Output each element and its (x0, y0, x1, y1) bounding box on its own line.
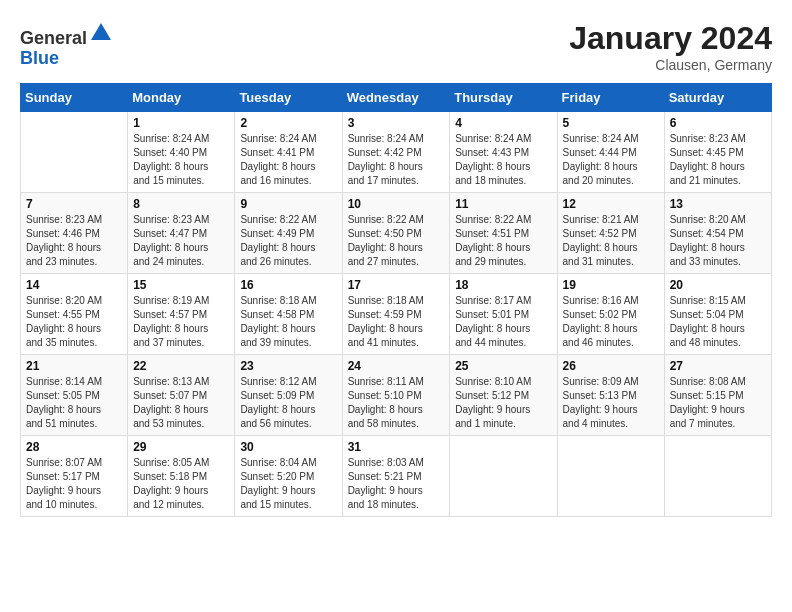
sunset: Sunset: 5:13 PM (563, 389, 659, 403)
sunset: Sunset: 4:59 PM (348, 308, 445, 322)
daylight-hours: Daylight: 8 hoursand 58 minutes. (348, 403, 445, 431)
sunset: Sunset: 4:45 PM (670, 146, 766, 160)
daylight-hours: Daylight: 8 hoursand 41 minutes. (348, 322, 445, 350)
day-info: Sunrise: 8:15 AMSunset: 5:04 PMDaylight:… (670, 294, 766, 350)
calendar-cell (664, 436, 771, 517)
day-number: 31 (348, 440, 445, 454)
weekday-header-friday: Friday (557, 84, 664, 112)
daylight-hours: Daylight: 8 hoursand 46 minutes. (563, 322, 659, 350)
sunset: Sunset: 5:01 PM (455, 308, 551, 322)
day-info: Sunrise: 8:23 AMSunset: 4:47 PMDaylight:… (133, 213, 229, 269)
calendar-cell: 26Sunrise: 8:09 AMSunset: 5:13 PMDayligh… (557, 355, 664, 436)
day-info: Sunrise: 8:23 AMSunset: 4:46 PMDaylight:… (26, 213, 122, 269)
day-info: Sunrise: 8:07 AMSunset: 5:17 PMDaylight:… (26, 456, 122, 512)
daylight-hours: Daylight: 8 hoursand 35 minutes. (26, 322, 122, 350)
calendar-cell: 29Sunrise: 8:05 AMSunset: 5:18 PMDayligh… (128, 436, 235, 517)
sunrise: Sunrise: 8:24 AM (348, 132, 445, 146)
sunset: Sunset: 5:04 PM (670, 308, 766, 322)
logo-blue: Blue (20, 48, 59, 68)
week-row-2: 7Sunrise: 8:23 AMSunset: 4:46 PMDaylight… (21, 193, 772, 274)
week-row-5: 28Sunrise: 8:07 AMSunset: 5:17 PMDayligh… (21, 436, 772, 517)
page-header: General Blue January 2024 Clausen, Germa… (20, 20, 772, 73)
sunset: Sunset: 5:07 PM (133, 389, 229, 403)
calendar-cell: 1Sunrise: 8:24 AMSunset: 4:40 PMDaylight… (128, 112, 235, 193)
calendar-cell: 14Sunrise: 8:20 AMSunset: 4:55 PMDayligh… (21, 274, 128, 355)
day-info: Sunrise: 8:08 AMSunset: 5:15 PMDaylight:… (670, 375, 766, 431)
day-number: 27 (670, 359, 766, 373)
day-info: Sunrise: 8:05 AMSunset: 5:18 PMDaylight:… (133, 456, 229, 512)
day-number: 20 (670, 278, 766, 292)
sunrise: Sunrise: 8:16 AM (563, 294, 659, 308)
day-number: 21 (26, 359, 122, 373)
day-info: Sunrise: 8:09 AMSunset: 5:13 PMDaylight:… (563, 375, 659, 431)
daylight-hours: Daylight: 8 hoursand 44 minutes. (455, 322, 551, 350)
logo-icon (89, 20, 113, 44)
calendar-cell (557, 436, 664, 517)
day-number: 25 (455, 359, 551, 373)
calendar-cell: 10Sunrise: 8:22 AMSunset: 4:50 PMDayligh… (342, 193, 450, 274)
week-row-4: 21Sunrise: 8:14 AMSunset: 5:05 PMDayligh… (21, 355, 772, 436)
sunrise: Sunrise: 8:17 AM (455, 294, 551, 308)
sunset: Sunset: 5:10 PM (348, 389, 445, 403)
day-number: 10 (348, 197, 445, 211)
daylight-hours: Daylight: 9 hoursand 7 minutes. (670, 403, 766, 431)
sunset: Sunset: 4:41 PM (240, 146, 336, 160)
day-number: 3 (348, 116, 445, 130)
logo: General Blue (20, 20, 113, 69)
day-info: Sunrise: 8:24 AMSunset: 4:41 PMDaylight:… (240, 132, 336, 188)
calendar-cell: 3Sunrise: 8:24 AMSunset: 4:42 PMDaylight… (342, 112, 450, 193)
day-number: 5 (563, 116, 659, 130)
calendar-cell: 11Sunrise: 8:22 AMSunset: 4:51 PMDayligh… (450, 193, 557, 274)
calendar-cell: 6Sunrise: 8:23 AMSunset: 4:45 PMDaylight… (664, 112, 771, 193)
daylight-hours: Daylight: 8 hoursand 29 minutes. (455, 241, 551, 269)
sunset: Sunset: 4:52 PM (563, 227, 659, 241)
sunset: Sunset: 4:47 PM (133, 227, 229, 241)
calendar-cell: 20Sunrise: 8:15 AMSunset: 5:04 PMDayligh… (664, 274, 771, 355)
sunset: Sunset: 4:55 PM (26, 308, 122, 322)
svg-marker-0 (91, 23, 111, 40)
sunrise: Sunrise: 8:23 AM (670, 132, 766, 146)
daylight-hours: Daylight: 8 hoursand 24 minutes. (133, 241, 229, 269)
sunset: Sunset: 5:17 PM (26, 470, 122, 484)
daylight-hours: Daylight: 8 hoursand 27 minutes. (348, 241, 445, 269)
daylight-hours: Daylight: 8 hoursand 31 minutes. (563, 241, 659, 269)
day-number: 6 (670, 116, 766, 130)
calendar-cell: 21Sunrise: 8:14 AMSunset: 5:05 PMDayligh… (21, 355, 128, 436)
day-info: Sunrise: 8:24 AMSunset: 4:44 PMDaylight:… (563, 132, 659, 188)
daylight-hours: Daylight: 8 hoursand 15 minutes. (133, 160, 229, 188)
day-info: Sunrise: 8:20 AMSunset: 4:55 PMDaylight:… (26, 294, 122, 350)
sunset: Sunset: 5:12 PM (455, 389, 551, 403)
sunset: Sunset: 4:51 PM (455, 227, 551, 241)
sunrise: Sunrise: 8:09 AM (563, 375, 659, 389)
calendar-cell: 23Sunrise: 8:12 AMSunset: 5:09 PMDayligh… (235, 355, 342, 436)
day-info: Sunrise: 8:18 AMSunset: 4:59 PMDaylight:… (348, 294, 445, 350)
day-number: 29 (133, 440, 229, 454)
day-number: 11 (455, 197, 551, 211)
day-info: Sunrise: 8:22 AMSunset: 4:50 PMDaylight:… (348, 213, 445, 269)
daylight-hours: Daylight: 9 hoursand 12 minutes. (133, 484, 229, 512)
calendar-cell: 16Sunrise: 8:18 AMSunset: 4:58 PMDayligh… (235, 274, 342, 355)
day-info: Sunrise: 8:18 AMSunset: 4:58 PMDaylight:… (240, 294, 336, 350)
weekday-header-row: SundayMondayTuesdayWednesdayThursdayFrid… (21, 84, 772, 112)
sunrise: Sunrise: 8:13 AM (133, 375, 229, 389)
sunset: Sunset: 5:02 PM (563, 308, 659, 322)
day-info: Sunrise: 8:16 AMSunset: 5:02 PMDaylight:… (563, 294, 659, 350)
calendar-table: SundayMondayTuesdayWednesdayThursdayFrid… (20, 83, 772, 517)
daylight-hours: Daylight: 8 hoursand 17 minutes. (348, 160, 445, 188)
calendar-cell: 28Sunrise: 8:07 AMSunset: 5:17 PMDayligh… (21, 436, 128, 517)
calendar-cell: 24Sunrise: 8:11 AMSunset: 5:10 PMDayligh… (342, 355, 450, 436)
sunrise: Sunrise: 8:10 AM (455, 375, 551, 389)
calendar-cell: 5Sunrise: 8:24 AMSunset: 4:44 PMDaylight… (557, 112, 664, 193)
day-number: 18 (455, 278, 551, 292)
day-number: 22 (133, 359, 229, 373)
day-info: Sunrise: 8:03 AMSunset: 5:21 PMDaylight:… (348, 456, 445, 512)
daylight-hours: Daylight: 9 hoursand 4 minutes. (563, 403, 659, 431)
daylight-hours: Daylight: 8 hoursand 53 minutes. (133, 403, 229, 431)
daylight-hours: Daylight: 9 hoursand 10 minutes. (26, 484, 122, 512)
day-number: 4 (455, 116, 551, 130)
day-number: 14 (26, 278, 122, 292)
calendar-cell: 12Sunrise: 8:21 AMSunset: 4:52 PMDayligh… (557, 193, 664, 274)
weekday-header-wednesday: Wednesday (342, 84, 450, 112)
weekday-header-monday: Monday (128, 84, 235, 112)
sunrise: Sunrise: 8:18 AM (348, 294, 445, 308)
